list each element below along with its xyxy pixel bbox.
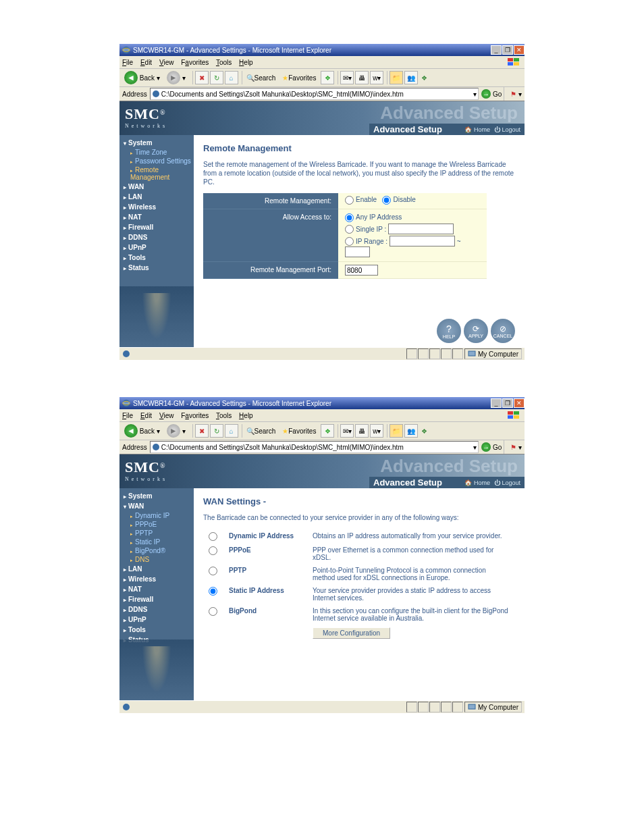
discuss-button[interactable]: 👥 <box>404 424 418 438</box>
folder-button[interactable]: 📁 <box>390 424 403 438</box>
menu-edit[interactable]: Edit <box>140 412 152 419</box>
links-button[interactable]: ⚑ ▾ <box>510 444 522 451</box>
home-link[interactable]: 🏠 Home <box>464 126 490 133</box>
sidebar-nat[interactable]: NAT <box>119 212 194 222</box>
menu-view[interactable]: View <box>159 412 174 419</box>
input-remote-port[interactable] <box>345 265 378 276</box>
history-button[interactable]: ❖ <box>321 424 334 438</box>
print-button[interactable]: 🖶 <box>355 424 369 438</box>
home-link[interactable]: 🏠 Home <box>464 479 490 486</box>
forward-button[interactable]: ► ▾ <box>165 70 188 85</box>
favorites-button[interactable]: ★Favorites <box>280 427 318 436</box>
input-ip-range-to[interactable] <box>345 246 370 257</box>
input-single-ip[interactable] <box>388 224 454 234</box>
sidebar-password[interactable]: Password Settings <box>119 157 194 165</box>
more-configuration-button[interactable]: More Configuration <box>313 627 390 639</box>
sidebar-wireless[interactable]: Wireless <box>119 574 194 584</box>
history-button[interactable]: ❖ <box>321 71 334 84</box>
sidebar-wan[interactable]: WAN <box>119 182 194 192</box>
favorites-button[interactable]: ★Favorites <box>280 74 318 82</box>
menu-help[interactable]: Help <box>239 412 253 419</box>
help-button[interactable]: ?HELP <box>437 319 461 343</box>
sidebar-upnp[interactable]: UPnP <box>119 242 194 253</box>
sidebar-pppoe[interactable]: PPPoE <box>119 520 194 529</box>
menu-file[interactable]: FFileile <box>122 59 133 66</box>
maximize-button[interactable]: ❐ <box>502 45 513 55</box>
print-button[interactable]: 🖶 <box>355 71 369 84</box>
address-input[interactable]: C:\Documents and Settings\Zsolt Mahunka\… <box>150 441 479 453</box>
radio-disable[interactable] <box>382 196 391 205</box>
refresh-button[interactable]: ↻ <box>210 424 223 438</box>
address-dropdown-icon[interactable]: ▾ <box>473 444 477 451</box>
go-button[interactable]: → Go <box>481 89 502 99</box>
mail-button[interactable]: ✉▾ <box>340 71 354 84</box>
sidebar-wireless[interactable]: Wireless <box>119 202 194 212</box>
sidebar-remote-management[interactable]: Remote Management <box>119 165 194 182</box>
sidebar-lan[interactable]: LAN <box>119 192 194 202</box>
home-button[interactable]: ⌂ <box>225 71 238 84</box>
minimize-button[interactable]: _ <box>491 398 502 408</box>
radio-pptp[interactable] <box>209 567 217 575</box>
links-button[interactable]: ⚑ ▾ <box>510 90 522 98</box>
mail-button[interactable]: ✉▾ <box>340 424 354 438</box>
extra-button[interactable]: ❖ <box>419 427 429 436</box>
address-input[interactable]: C:\Documents and Settings\Zsolt Mahunka\… <box>150 88 479 100</box>
sidebar-bigpond[interactable]: BigPond® <box>119 546 194 555</box>
sidebar-static-ip[interactable]: Static IP <box>119 538 194 546</box>
input-ip-range-from[interactable] <box>390 236 455 246</box>
sidebar-status[interactable]: Status <box>119 263 194 273</box>
edit-button[interactable]: w▾ <box>370 424 383 438</box>
home-button[interactable]: ⌂ <box>225 424 238 438</box>
menu-help[interactable]: Help <box>239 59 253 66</box>
radio-bigpond[interactable] <box>209 607 217 616</box>
menu-favorites[interactable]: Favorites <box>181 59 209 66</box>
radio-pppoe[interactable] <box>209 546 217 555</box>
apply-button[interactable]: ⟳APPLY <box>464 319 488 343</box>
menu-view[interactable]: View <box>159 59 174 66</box>
menu-favorites[interactable]: Favorites <box>181 412 209 419</box>
go-button[interactable]: → Go <box>481 442 502 452</box>
sidebar-system[interactable]: System <box>119 138 194 148</box>
sidebar-tools[interactable]: Tools <box>119 625 194 635</box>
sidebar-wan[interactable]: WAN <box>119 501 194 511</box>
edit-button[interactable]: w▾ <box>370 71 383 84</box>
sidebar-tools[interactable]: Tools <box>119 253 194 263</box>
sidebar-upnp[interactable]: UPnP <box>119 615 194 625</box>
sidebar-timezone[interactable]: Time Zone <box>119 148 194 157</box>
sidebar-ddns[interactable]: DDNS <box>119 604 194 615</box>
back-button[interactable]: ◄ Back ▾ <box>122 423 162 438</box>
radio-ip-range[interactable] <box>345 237 354 246</box>
stop-button[interactable]: ✖ <box>195 424 209 438</box>
sidebar-dynamic-ip[interactable]: Dynamic IP <box>119 511 194 520</box>
menu-tools[interactable]: Tools <box>216 59 232 66</box>
radio-static-ip[interactable] <box>209 587 217 596</box>
close-button[interactable]: ✕ <box>514 45 525 55</box>
sidebar-lan[interactable]: LAN <box>119 564 194 574</box>
search-button[interactable]: 🔍Search <box>244 427 278 436</box>
menu-file[interactable]: File <box>122 412 133 419</box>
sidebar-dns[interactable]: DNS <box>119 555 194 564</box>
refresh-button[interactable]: ↻ <box>210 71 223 84</box>
menu-edit[interactable]: Edit <box>140 59 152 66</box>
radio-enable[interactable] <box>345 196 354 205</box>
radio-single-ip[interactable] <box>345 225 354 234</box>
stop-button[interactable]: ✖ <box>195 71 209 84</box>
sidebar-firewall[interactable]: Firewall <box>119 222 194 232</box>
extra-button[interactable]: ❖ <box>419 74 429 82</box>
sidebar-pptp[interactable]: PPTP <box>119 529 194 538</box>
radio-any-ip[interactable] <box>345 213 354 222</box>
minimize-button[interactable]: _ <box>491 45 502 55</box>
folder-button[interactable]: 📁 <box>390 71 403 84</box>
radio-dynamic-ip[interactable] <box>209 532 217 541</box>
search-button[interactable]: 🔍Search <box>244 74 278 82</box>
back-button[interactable]: ◄ Back ▾ <box>122 70 162 85</box>
logout-link[interactable]: ⏻ Logout <box>494 126 520 133</box>
forward-button[interactable]: ► ▾ <box>165 423 188 438</box>
logout-link[interactable]: ⏻ Logout <box>494 479 520 486</box>
close-button[interactable]: ✕ <box>514 398 525 408</box>
cancel-button[interactable]: ⊘CANCEL <box>491 319 515 343</box>
maximize-button[interactable]: ❐ <box>502 398 513 408</box>
sidebar-nat[interactable]: NAT <box>119 584 194 594</box>
sidebar-firewall[interactable]: Firewall <box>119 594 194 604</box>
menu-tools[interactable]: Tools <box>216 412 232 419</box>
